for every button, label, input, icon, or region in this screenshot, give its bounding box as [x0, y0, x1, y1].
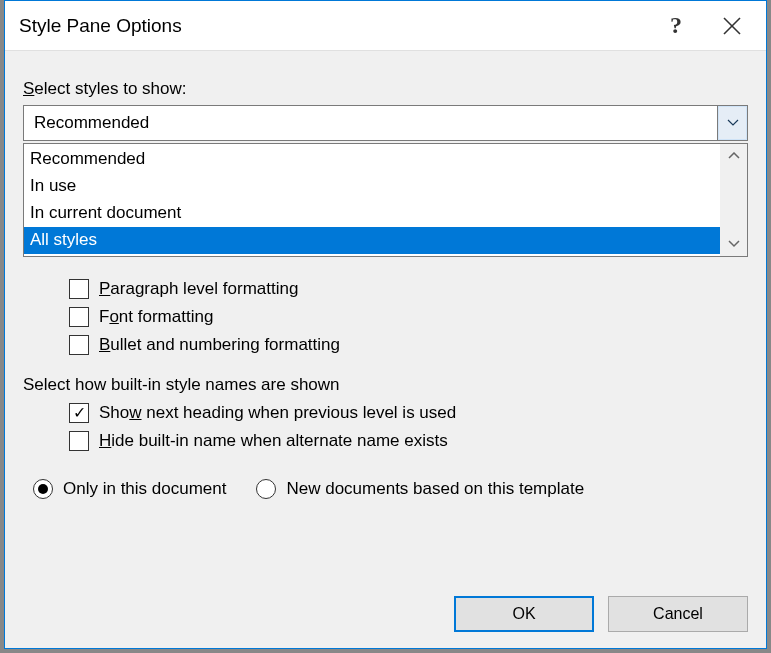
- styles-to-show-combo[interactable]: Recommended: [23, 105, 748, 141]
- hide-builtin-name-label: Hide built-in name when alternate name e…: [99, 431, 448, 451]
- scroll-down-icon: [728, 240, 740, 248]
- bullet-formatting-label: Bullet and numbering formatting: [99, 335, 340, 355]
- hide-builtin-name-row[interactable]: Hide built-in name when alternate name e…: [69, 431, 748, 451]
- only-this-document-row[interactable]: Only in this document: [33, 479, 226, 499]
- dropdown-option[interactable]: In current document: [24, 200, 720, 227]
- dialog-body: Select styles to show: Recommended Recom…: [5, 51, 766, 596]
- bullet-formatting-checkbox[interactable]: [69, 335, 89, 355]
- new-documents-row[interactable]: New documents based on this template: [256, 479, 584, 499]
- dropdown-option[interactable]: In use: [24, 173, 720, 200]
- dropdown-scrollbar[interactable]: [720, 144, 747, 256]
- cancel-button[interactable]: Cancel: [608, 596, 748, 632]
- help-button[interactable]: ?: [648, 1, 704, 51]
- font-formatting-checkbox[interactable]: [69, 307, 89, 327]
- dropdown-option[interactable]: Recommended: [24, 146, 720, 173]
- new-documents-label: New documents based on this template: [286, 479, 584, 499]
- combo-value: Recommended: [24, 113, 717, 133]
- close-button[interactable]: [704, 1, 760, 51]
- dropdown-options: Recommended In use In current document A…: [24, 144, 720, 256]
- ok-button[interactable]: OK: [454, 596, 594, 632]
- scroll-up-icon: [728, 152, 740, 160]
- only-this-document-radio[interactable]: [33, 479, 53, 499]
- only-this-document-label: Only in this document: [63, 479, 226, 499]
- scope-radio-group: Only in this document New documents base…: [33, 471, 748, 507]
- show-next-heading-row[interactable]: Show next heading when previous level is…: [69, 403, 748, 423]
- paragraph-formatting-label: Paragraph level formatting: [99, 279, 298, 299]
- dropdown-option[interactable]: All styles: [24, 227, 720, 254]
- font-formatting-row[interactable]: Font formatting: [69, 307, 748, 327]
- show-next-heading-label: Show next heading when previous level is…: [99, 403, 456, 423]
- titlebar: Style Pane Options ?: [5, 1, 766, 51]
- bullet-formatting-row[interactable]: Bullet and numbering formatting: [69, 335, 748, 355]
- built-in-names-label: Select how built-in style names are show…: [23, 375, 748, 395]
- dialog-title: Style Pane Options: [19, 15, 648, 37]
- styles-dropdown-list: Recommended In use In current document A…: [23, 143, 748, 257]
- show-next-heading-checkbox[interactable]: [69, 403, 89, 423]
- font-formatting-label: Font formatting: [99, 307, 213, 327]
- style-pane-options-dialog: Style Pane Options ? Select styles to sh…: [4, 0, 767, 649]
- hide-builtin-name-checkbox[interactable]: [69, 431, 89, 451]
- paragraph-formatting-row[interactable]: Paragraph level formatting: [69, 279, 748, 299]
- new-documents-radio[interactable]: [256, 479, 276, 499]
- close-icon: [723, 17, 741, 35]
- chevron-down-icon: [727, 119, 739, 127]
- dialog-buttons: OK Cancel: [5, 596, 766, 648]
- select-styles-label: Select styles to show:: [23, 79, 748, 99]
- paragraph-formatting-checkbox[interactable]: [69, 279, 89, 299]
- combo-dropdown-button[interactable]: [717, 106, 747, 140]
